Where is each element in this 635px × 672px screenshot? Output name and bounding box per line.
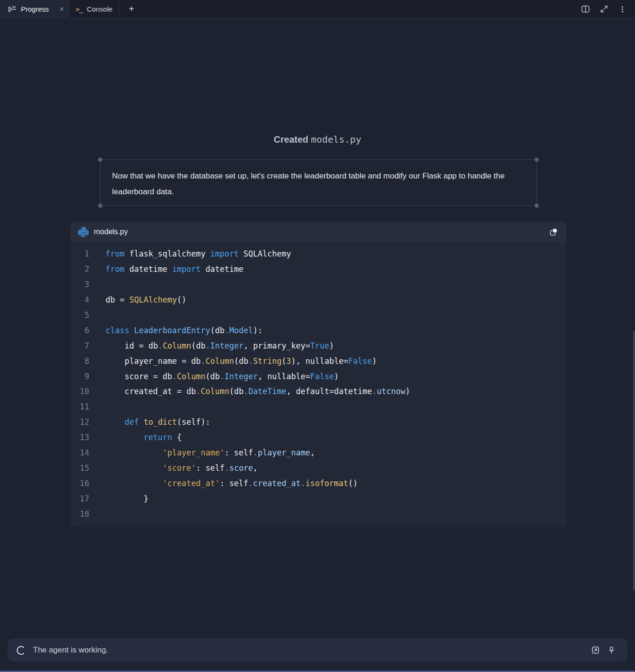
code-line: 14 'player_name': self.player_name, — [71, 445, 566, 461]
loading-spinner-icon — [17, 646, 26, 655]
code-editor: 1from flask_sqlalchemy import SQLAlchemy… — [71, 242, 566, 527]
line-number: 3 — [71, 280, 89, 289]
open-in-new-button[interactable] — [588, 642, 603, 658]
code-card: models.py 1from flask_sqlalchemy import … — [71, 222, 566, 527]
terminal-icon: >_ — [76, 6, 83, 13]
more-options-button[interactable] — [616, 3, 628, 15]
code-line: 16 'created_at': self.created_at.isoform… — [71, 475, 566, 491]
tab-close-icon[interactable]: × — [60, 5, 64, 13]
line-number: 10 — [71, 387, 89, 396]
page-title: Created models.py — [0, 134, 635, 145]
code-line: 5 — [71, 308, 566, 323]
code-line: 2from datetime import datetime — [71, 262, 566, 277]
code-text: from datetime import datetime — [106, 264, 244, 274]
code-text: 'created_at': self.created_at.isoformat(… — [106, 479, 358, 488]
vertical-scrollbar[interactable] — [633, 331, 635, 590]
code-line: 10 created_at = db.Column(db.DateTime, d… — [71, 384, 566, 399]
line-number: 5 — [71, 310, 89, 320]
line-number: 6 — [71, 326, 89, 335]
page-title-prefix: Created — [274, 134, 311, 145]
tab-progress[interactable]: Progress × — [0, 0, 69, 19]
code-lines: 1from flask_sqlalchemy import SQLAlchemy… — [71, 246, 566, 521]
tabbar-spacer — [144, 0, 573, 19]
code-line: 13 return { — [71, 430, 566, 445]
code-line: 3 — [71, 277, 566, 292]
new-tab-button[interactable]: + — [119, 0, 144, 19]
code-text: 'player_name': self.player_name, — [106, 448, 315, 457]
code-filename: models.py — [94, 228, 547, 236]
agent-status-text: The agent is working. — [33, 646, 588, 655]
code-line: 1from flask_sqlalchemy import SQLAlchemy — [71, 246, 566, 262]
selection-handle — [98, 204, 102, 208]
code-line: 4db = SQLAlchemy() — [71, 292, 566, 308]
code-text: player_name = db.Column(db.String(3), nu… — [106, 356, 377, 366]
pin-button[interactable] — [603, 642, 619, 658]
code-text: class LeaderboardEntry(db.Model): — [106, 326, 263, 335]
tab-progress-label: Progress — [21, 5, 49, 13]
line-number: 2 — [71, 264, 89, 274]
code-line: 15 'score': self.score, — [71, 460, 566, 475]
code-text: def to_dict(self): — [106, 417, 210, 427]
agent-status-bar: The agent is working. — [7, 639, 628, 662]
line-number: 15 — [71, 463, 89, 473]
code-line: 12 def to_dict(self): — [71, 415, 566, 430]
code-line: 9 score = db.Column(db.Integer, nullable… — [71, 369, 566, 384]
line-number: 7 — [71, 341, 89, 350]
code-line: 6class LeaderboardEntry(db.Model): — [71, 323, 566, 338]
line-number: 18 — [71, 509, 89, 519]
selection-handle — [535, 158, 539, 162]
code-line: 7 id = db.Column(db.Integer, primary_key… — [71, 338, 566, 353]
line-number: 14 — [71, 448, 89, 457]
code-text: } — [106, 494, 148, 503]
selection-handle — [535, 204, 539, 208]
split-view-button[interactable] — [579, 3, 591, 15]
python-icon — [78, 226, 89, 237]
line-number: 17 — [71, 494, 89, 503]
tab-console[interactable]: >_ Console — [69, 0, 119, 19]
page-title-filename: models.py — [311, 134, 361, 145]
selection-handle — [98, 158, 102, 162]
expand-button[interactable] — [598, 3, 610, 15]
code-text: db = SQLAlchemy() — [106, 295, 186, 304]
code-line: 17 } — [71, 491, 566, 506]
line-number: 16 — [71, 479, 89, 488]
code-text: from flask_sqlalchemy import SQLAlchemy — [106, 249, 291, 258]
code-line: 11 — [71, 399, 566, 415]
agent-message-text: Now that we have the database set up, le… — [100, 160, 536, 200]
code-card-header: models.py — [71, 222, 566, 242]
tab-bar: Progress × >_ Console + — [0, 0, 635, 19]
code-text: 'score': self.score, — [106, 463, 258, 473]
code-text: return { — [106, 433, 182, 442]
line-number: 4 — [71, 295, 89, 304]
window-controls — [573, 0, 635, 19]
code-line: 8 player_name = db.Column(db.String(3), … — [71, 353, 566, 369]
progress-icon — [7, 5, 17, 14]
agent-message-box: Now that we have the database set up, le… — [100, 159, 537, 206]
line-number: 13 — [71, 433, 89, 442]
code-text: score = db.Column(db.Integer, nullable=F… — [106, 372, 339, 381]
line-number: 12 — [71, 417, 89, 427]
line-number: 1 — [71, 249, 89, 258]
line-number: 8 — [71, 356, 89, 366]
code-text: created_at = db.Column(db.DateTime, defa… — [106, 387, 410, 396]
line-number: 11 — [71, 402, 89, 411]
code-line: 18 — [71, 506, 566, 521]
code-text: id = db.Column(db.Integer, primary_key=T… — [106, 341, 334, 350]
line-number: 9 — [71, 372, 89, 381]
copy-code-button[interactable] — [547, 225, 561, 239]
tab-console-label: Console — [87, 5, 112, 13]
